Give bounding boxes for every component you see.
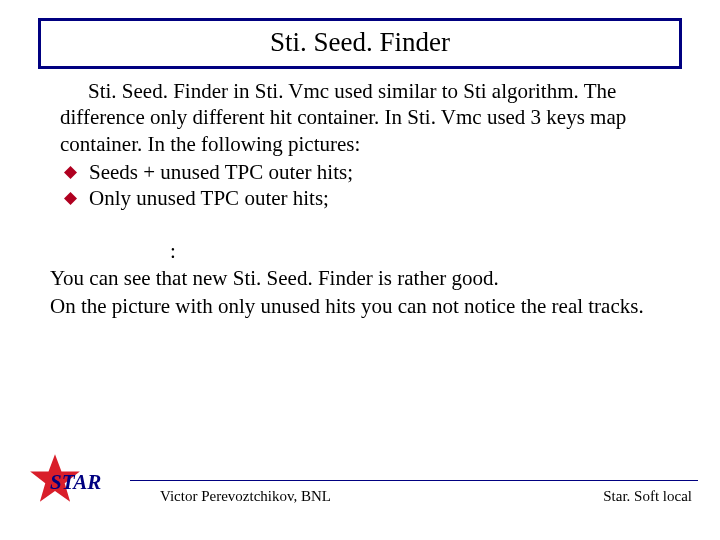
footer-right: Star. Soft local (603, 488, 692, 505)
bullet-text: Seeds + unused TPC outer hits; (89, 159, 353, 185)
bullet-item: Only unused TPC outer hits; (60, 185, 670, 211)
footer-divider (130, 480, 698, 481)
lower-line-1: : (50, 238, 670, 265)
logo: STAR (28, 452, 128, 506)
slide: Sti. Seed. Finder Sti. Seed. Finder in S… (0, 0, 720, 540)
title-box: Sti. Seed. Finder (38, 18, 682, 69)
diamond-bullet-icon (64, 192, 77, 205)
lower-line-2: You can see that new Sti. Seed. Finder i… (50, 265, 670, 292)
diamond-bullet-icon (64, 166, 77, 179)
slide-title: Sti. Seed. Finder (270, 27, 450, 57)
footer: STAR Victor Perevoztchikov, BNL Star. So… (0, 480, 720, 520)
body-area: Sti. Seed. Finder in Sti. Vmc used simil… (60, 78, 670, 211)
body-paragraph: Sti. Seed. Finder in Sti. Vmc used simil… (60, 78, 670, 157)
bullet-item: Seeds + unused TPC outer hits; (60, 159, 670, 185)
footer-author: Victor Perevoztchikov, BNL (160, 488, 331, 505)
logo-label: STAR (50, 470, 101, 495)
lower-line-3: On the picture with only unused hits you… (50, 293, 670, 320)
bullet-text: Only unused TPC outer hits; (89, 185, 329, 211)
lower-block: : You can see that new Sti. Seed. Finder… (50, 238, 670, 320)
